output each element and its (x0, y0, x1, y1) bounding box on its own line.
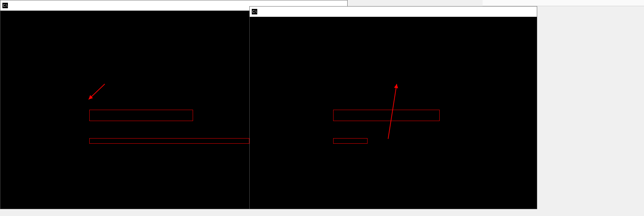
maximize-button[interactable] (503, 7, 519, 17)
terminal-output-2[interactable] (250, 17, 537, 209)
titlebar-2[interactable]: C:\ (250, 7, 537, 17)
cmd-icon: C:\ (252, 9, 257, 14)
cmd-icon: C:\ (2, 3, 8, 8)
cmd-window-6381: C:\ (249, 6, 537, 209)
close-button[interactable] (519, 7, 535, 17)
background-tab-strip (483, 0, 644, 6)
minimize-button[interactable] (487, 7, 503, 17)
